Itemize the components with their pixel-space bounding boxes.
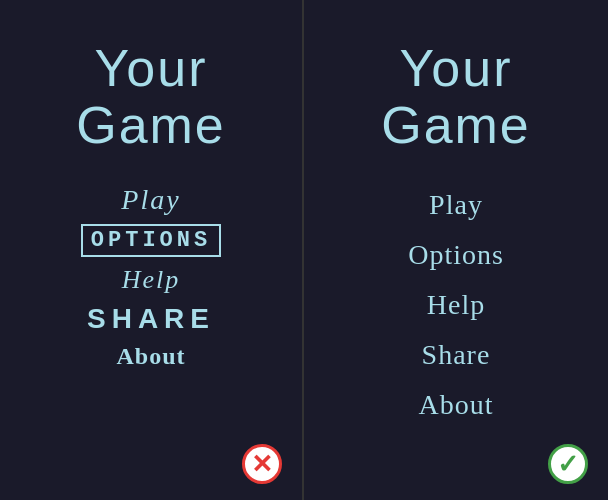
check-badge: ✓ [548,444,588,484]
left-menu-play[interactable]: Play [121,184,180,216]
right-menu-play[interactable]: Play [429,184,483,226]
left-menu-help[interactable]: Help [122,265,181,295]
left-title-line1: Your [94,39,207,97]
left-title-line2: Game [76,96,226,154]
x-icon: ✕ [251,451,273,477]
right-title-line1: Your [399,39,512,97]
left-menu: Play OPTIONS Help SHARE About [81,184,221,370]
right-menu: Play Options Help Share About [408,184,504,426]
wrong-badge: ✕ [242,444,282,484]
left-menu-share[interactable]: SHARE [87,303,215,335]
right-menu-options[interactable]: Options [408,234,504,276]
check-icon: ✓ [557,451,579,477]
right-menu-help[interactable]: Help [427,284,485,326]
right-panel: Your Game Play Options Help Share About … [304,0,608,500]
right-menu-about[interactable]: About [419,384,494,426]
left-menu-options[interactable]: OPTIONS [81,224,221,257]
left-panel: Your Game Play OPTIONS Help SHARE About … [0,0,304,500]
left-menu-about[interactable]: About [116,343,185,370]
left-title: Your Game [76,40,226,154]
right-menu-share[interactable]: Share [422,334,491,376]
right-title-line2: Game [381,96,531,154]
right-title: Your Game [381,40,531,154]
